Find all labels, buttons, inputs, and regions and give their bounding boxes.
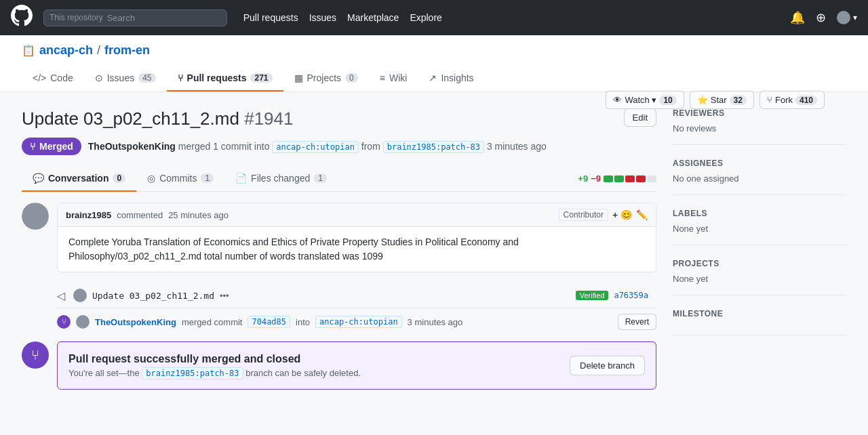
tab-commits[interactable]: ◎ Commits 1	[136, 166, 224, 192]
merged-badge: ⑂ Merged	[22, 138, 81, 155]
repo-nav-insights[interactable]: ↗ Insights	[418, 66, 484, 91]
files-icon: 📄	[235, 173, 247, 184]
repo-nav-code[interactable]: </> Code	[22, 66, 84, 91]
files-count: 1	[314, 173, 327, 183]
pr-body: Update 03_p02_ch11_2.md #1941 Edit ⑂ Mer…	[22, 108, 656, 400]
milestone-label: Milestone	[673, 309, 846, 318]
tab-conversation[interactable]: 💬 Conversation 0	[22, 166, 136, 192]
merge-target-branch[interactable]: ancap-ch:utopian	[315, 316, 402, 328]
sidebar-labels: Labels None yet	[673, 209, 846, 245]
diff-bar-seg-1	[604, 175, 613, 182]
labels-value: None yet	[673, 224, 846, 234]
nav-pull-requests[interactable]: Pull requests	[243, 12, 298, 23]
delete-branch-button[interactable]: Delete branch	[570, 356, 645, 375]
diff-bar-seg-2	[614, 175, 624, 182]
merged-box: Pull request successfully merged and clo…	[57, 341, 656, 390]
top-navigation: This repository Pull requests Issues Mar…	[0, 0, 868, 35]
merge-status-icon: ⑂	[30, 141, 35, 152]
projects-icon: ▦	[294, 72, 303, 83]
revert-button[interactable]: Revert	[618, 314, 656, 330]
commenter-avatar	[22, 203, 49, 230]
labels-label: Labels	[673, 209, 846, 218]
merged-icon: ⑂	[22, 341, 49, 369]
pr-title: Update 03_p02_ch11_2.md #1941	[22, 108, 293, 129]
sidebar-assignees: Assignees No one assigned	[673, 159, 846, 195]
target-branch[interactable]: ancap-ch:utopian	[272, 141, 359, 153]
comment-header: brainz1985 commented 25 minutes ago Cont…	[58, 203, 656, 227]
commit-row: ◁ Update 03_p02_ch11_2.md ••• Verified a…	[57, 283, 656, 308]
repo-nav-issues[interactable]: ⊙ Issues 45	[84, 66, 167, 91]
repo-nav-wiki[interactable]: ≡ Wiki	[369, 66, 418, 91]
pr-author[interactable]: TheOutspokenKing	[88, 141, 176, 152]
tab-files-changed[interactable]: 📄 Files changed 1	[224, 166, 338, 192]
comment-action: commented	[117, 210, 163, 220]
merge-author[interactable]: TheOutspokenKing	[95, 317, 176, 327]
wiki-icon: ≡	[380, 72, 385, 83]
repo-nav-projects[interactable]: ▦ Projects 0	[283, 66, 369, 91]
merged-box-title: Pull request successfully merged and clo…	[68, 353, 361, 365]
pr-icon: ⑂	[178, 72, 183, 83]
user-avatar	[837, 11, 850, 24]
comment-header-actions: Contributor + 😊 ✏️	[559, 209, 648, 221]
nav-marketplace[interactable]: Marketplace	[347, 12, 399, 23]
nav-issues[interactable]: Issues	[309, 12, 336, 23]
notifications-button[interactable]: 🔔	[790, 10, 805, 25]
contributor-badge: Contributor	[559, 209, 608, 221]
repo-nav-pull-requests[interactable]: ⑂ Pull requests 271	[167, 66, 283, 91]
conversation-icon: 💬	[33, 173, 44, 184]
new-item-button[interactable]: ⊕	[816, 10, 826, 25]
diff-deletions: −9	[591, 173, 601, 184]
breadcrumb: 📋 ancap-ch / from-en	[22, 43, 846, 58]
diff-bar	[604, 175, 656, 182]
pr-status-row: ⑂ Merged TheOutspokenKing merged 1 commi…	[22, 138, 656, 155]
main-content: Update 03_p02_ch11_2.md #1941 Edit ⑂ Mer…	[0, 92, 868, 417]
projects-label: Projects	[673, 259, 846, 268]
comment-box: brainz1985 commented 25 minutes ago Cont…	[57, 203, 656, 272]
search-bar[interactable]: This repository	[43, 9, 227, 26]
repo-nav: </> Code ⊙ Issues 45 ⑂ Pull requests 271…	[22, 66, 846, 91]
merged-box-description: You're all set—the brainz1985:patch-83 b…	[68, 368, 361, 378]
add-reaction-button[interactable]: + 😊	[612, 209, 632, 220]
diff-stats: +9 −9	[578, 173, 656, 184]
conversation-count: 0	[113, 173, 125, 183]
diff-bar-seg-4	[636, 175, 646, 182]
user-avatar-button[interactable]: ▾	[837, 11, 857, 24]
repo-owner-link[interactable]: ancap-ch	[39, 43, 93, 58]
merge-action-label: merged commit	[182, 317, 243, 327]
assignees-value: No one assigned	[673, 173, 846, 184]
commit-avatar	[73, 289, 87, 302]
commits-count: 1	[201, 173, 214, 183]
repo-name-link[interactable]: from-en	[104, 43, 150, 58]
source-branch[interactable]: brainz1985:patch-83	[383, 141, 484, 153]
merge-author-avatar	[76, 315, 90, 329]
commit-hash[interactable]: a76359a	[614, 291, 648, 300]
assignees-label: Assignees	[673, 159, 846, 168]
merged-branch-name: brainz1985:patch-83	[142, 367, 243, 379]
commenter-username[interactable]: brainz1985	[66, 210, 111, 220]
insights-icon: ↗	[429, 72, 437, 83]
diff-additions: +9	[578, 173, 588, 184]
repo-header: 📋 ancap-ch / from-en 👁 Pull requests Wat…	[0, 35, 868, 92]
diff-bar-seg-3	[625, 175, 635, 182]
code-icon: </>	[33, 72, 46, 83]
edit-comment-button[interactable]: ✏️	[636, 209, 648, 220]
diff-bar-seg-5	[647, 175, 656, 182]
merge-event-icon: ⑂	[57, 315, 71, 329]
pr-number: #1941	[244, 108, 293, 129]
commit-filename: Update 03_p02_ch11_2.md	[92, 291, 214, 301]
verified-badge: Verified	[576, 291, 609, 300]
top-nav-links: Pull requests Issues Marketplace Explore	[243, 12, 442, 23]
github-logo[interactable]	[11, 5, 33, 30]
issues-icon: ⊙	[95, 72, 103, 83]
sidebar-reviewers: Reviewers No reviews	[673, 108, 846, 145]
edit-button[interactable]: Edit	[624, 108, 656, 127]
projects-count: 0	[345, 73, 358, 83]
nav-explore[interactable]: Explore	[410, 12, 441, 23]
pr-sidebar: Reviewers No reviews Assignees No one as…	[673, 108, 846, 400]
sidebar-projects: Projects None yet	[673, 259, 846, 295]
pr-tabs: 💬 Conversation 0 ◎ Commits 1 📄 Files cha…	[22, 166, 656, 192]
merge-commit-hash[interactable]: 704ad85	[248, 316, 290, 328]
pr-meta: TheOutspokenKing merged 1 commit into an…	[88, 141, 547, 152]
comment-time: 25 minutes ago	[168, 210, 229, 220]
search-input[interactable]	[107, 13, 221, 23]
